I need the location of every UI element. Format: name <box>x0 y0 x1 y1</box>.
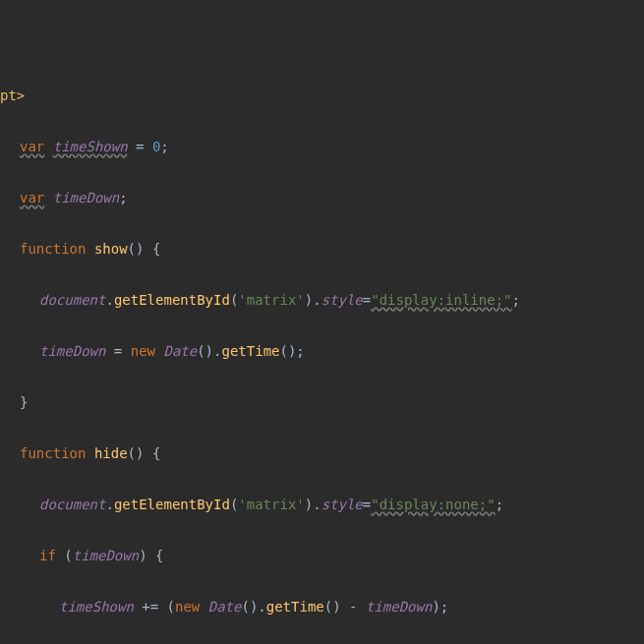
code-line: timeShown += (new Date().getTime() - tim… <box>0 594 644 619</box>
code-line: document.getElementById('matrix').style=… <box>0 287 644 313</box>
call-getElementById: getElementById <box>114 497 230 512</box>
call-getTime: getTime <box>266 599 324 615</box>
class-date: Date <box>208 599 242 615</box>
document-global: document <box>39 497 105 512</box>
code-line: timeDown = new Date().getTime(); <box>0 338 644 364</box>
call-getTime: getTime <box>221 343 279 359</box>
prop-style: style <box>322 497 363 512</box>
keyword-new: new <box>131 343 155 359</box>
var-timeDown: timeDown <box>73 548 139 563</box>
string-display-none: "display:none;" <box>371 497 495 512</box>
string-matrix: 'matrix' <box>238 497 304 512</box>
var-timeShown: timeShown <box>53 139 128 154</box>
tag-token: pt> <box>0 88 25 103</box>
prop-style: style <box>322 292 363 308</box>
document-global: document <box>39 292 105 308</box>
class-date: Date <box>163 343 197 359</box>
code-line: var timeDown; <box>0 185 644 210</box>
code-line: function hide() { <box>0 440 644 466</box>
code-line: document.getElementById('matrix').style=… <box>0 492 644 517</box>
call-getElementById: getElementById <box>114 292 230 308</box>
keyword-var: var <box>20 139 44 154</box>
var-timeShown: timeShown <box>59 599 134 615</box>
var-timeDown: timeDown <box>366 599 432 615</box>
var-timeDown: timeDown <box>53 190 119 205</box>
keyword-if: if <box>39 548 56 563</box>
keyword-function: function <box>20 445 86 461</box>
code-line: pt> <box>0 83 644 108</box>
string-matrix: 'matrix' <box>238 292 304 308</box>
keyword-new: new <box>175 599 200 615</box>
string-display-inline: "display:inline;" <box>371 292 511 308</box>
code-line: } <box>0 389 644 415</box>
keyword-var: var <box>20 190 44 205</box>
func-show: show <box>94 241 128 257</box>
code-line: var timeShown = 0; <box>0 134 644 159</box>
func-hide: hide <box>94 445 128 461</box>
code-editor[interactable]: pt> var timeShown = 0; var timeDown; fun… <box>0 0 644 644</box>
keyword-function: function <box>20 241 86 257</box>
code-line: if (timeDown) { <box>0 543 644 568</box>
code-line: function show() { <box>0 236 644 262</box>
var-timeDown: timeDown <box>39 343 105 359</box>
